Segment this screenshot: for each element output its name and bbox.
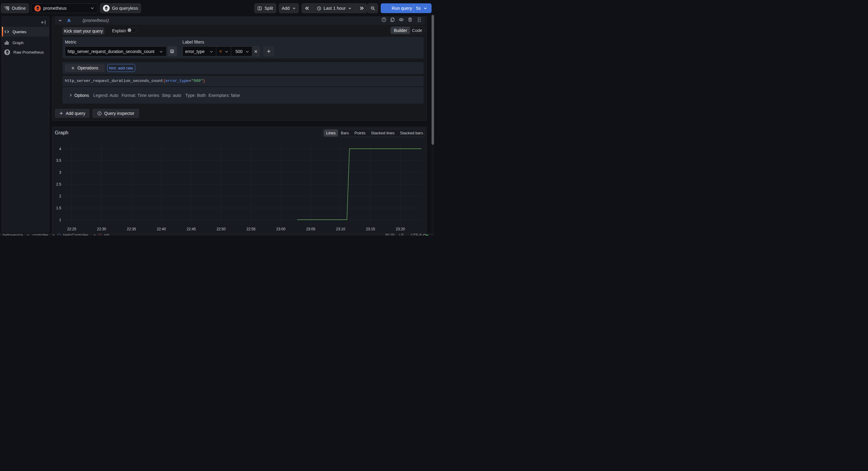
svg-text:22:50: 22:50 (217, 227, 226, 231)
svg-text:22:35: 22:35 (127, 227, 136, 231)
svg-text:23:00: 23:00 (276, 227, 285, 231)
svg-text:1.5: 1.5 (56, 206, 61, 210)
svg-text:22:55: 22:55 (246, 227, 255, 231)
svg-text:22:25: 22:25 (67, 227, 76, 231)
svg-text:2.5: 2.5 (56, 182, 61, 186)
svg-text:22:40: 22:40 (157, 227, 166, 231)
svg-text:3: 3 (59, 170, 61, 175)
svg-text:4: 4 (59, 147, 61, 151)
svg-text:23:20: 23:20 (396, 227, 405, 231)
svg-text:22:30: 22:30 (97, 227, 106, 231)
svg-text:23:05: 23:05 (306, 227, 315, 231)
svg-text:2: 2 (59, 194, 61, 198)
svg-text:3.5: 3.5 (56, 158, 61, 163)
svg-text:22:45: 22:45 (187, 227, 196, 231)
svg-text:23:15: 23:15 (366, 227, 375, 231)
svg-text:1: 1 (59, 218, 61, 222)
svg-text:23:10: 23:10 (336, 227, 345, 231)
